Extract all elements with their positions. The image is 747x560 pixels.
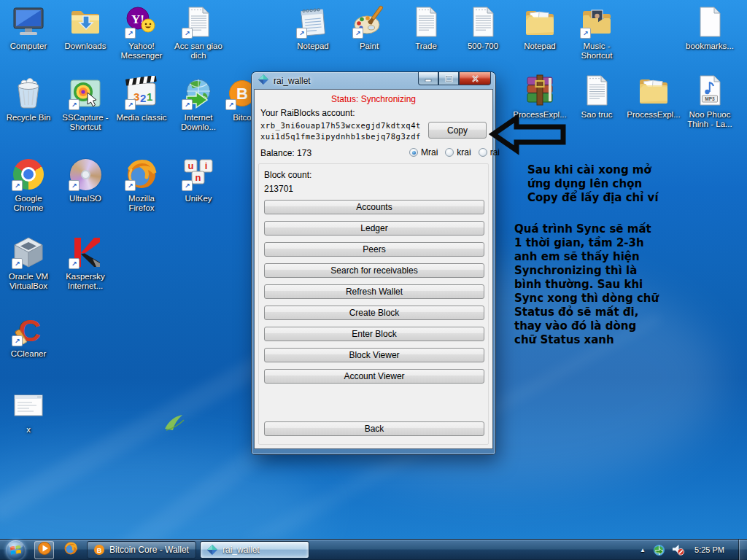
desktop-icon-oracle-vm-virtualbox[interactable]: ↗Oracle VM VirtualBox: [1, 235, 56, 291]
svg-text:i: i: [205, 160, 208, 171]
desktop-icon-label: Noo Phuoc Thinh - La...: [687, 110, 732, 129]
refresh-wallet-button[interactable]: Refresh Wallet: [264, 284, 484, 299]
svg-text:u: u: [188, 160, 194, 171]
back-button[interactable]: Back: [264, 421, 484, 436]
svg-text:2: 2: [140, 92, 146, 104]
taskbar-task-rai-wallet[interactable]: rai_wallet: [200, 541, 309, 559]
desktop: ComputerDownloadsY!↗Yahoo! Messenger↗Acc…: [0, 0, 747, 539]
shortcut-arrow-icon: ↗: [580, 28, 591, 39]
desktop-icon-sao-truc[interactable]: Sao truc: [569, 73, 624, 120]
account-viewer-button[interactable]: Account Viewer: [264, 369, 484, 384]
desktop-icon-ultraiso[interactable]: ↗UltraISO: [58, 157, 113, 203]
idm-tray-icon[interactable]: [652, 543, 665, 556]
unit-radio-krai[interactable]: krai: [445, 147, 471, 158]
folder-photo-icon: ↗: [579, 4, 614, 39]
desktop-icon-recycle-bin[interactable]: Recycle Bin: [1, 76, 56, 122]
desktop-icon-x-file[interactable]: x: [1, 388, 56, 435]
minimize-button[interactable]: [418, 72, 438, 85]
ledger-button[interactable]: Ledger: [264, 221, 484, 236]
virtualbox-cube-icon: ↗: [11, 235, 46, 270]
shortcut-arrow-icon: ↗: [125, 28, 136, 39]
chrome-icon: ↗: [11, 157, 46, 192]
show-hidden-icons-button[interactable]: ▲: [640, 547, 646, 553]
desktop-icon-acc-san-giao-dich[interactable]: ↗Acc san giao dich: [171, 4, 226, 61]
computer-icon: [11, 4, 46, 39]
desktop-icon-label: UniKey: [185, 194, 212, 203]
text-document-icon: [579, 73, 614, 108]
paint-icon: ↗: [352, 4, 387, 39]
desktop-icon-label: CCleaner: [11, 349, 47, 359]
peers-button[interactable]: Peers: [264, 242, 484, 257]
accounts-button[interactable]: Accounts: [264, 200, 484, 214]
maximize-button[interactable]: [438, 72, 459, 85]
desktop-icon-music-shortcut[interactable]: ↗Music - Shortcut: [569, 4, 624, 61]
desktop-icon-label: Notepad: [524, 42, 555, 51]
block-viewer-button[interactable]: Block Viewer: [264, 348, 484, 362]
desktop-icon-noo-phuoc-thinh[interactable]: MP3Noo Phuoc Thinh - La...: [682, 73, 738, 129]
close-button[interactable]: [459, 72, 491, 85]
svg-text:B: B: [236, 85, 248, 103]
text-document-icon: [409, 4, 444, 39]
show-desktop-button[interactable]: [738, 540, 747, 560]
unit-radio-mrai[interactable]: Mrai: [409, 147, 438, 158]
desktop-icon-mozilla-firefox[interactable]: ↗Mozilla Firefox: [114, 157, 169, 213]
unit-radio-group: Mraikrairai: [409, 147, 500, 158]
desktop-icon-kaspersky[interactable]: ↗Kaspersky Internet...: [58, 235, 113, 291]
desktop-icon-unikey[interactable]: uin↗UniKey: [171, 157, 226, 203]
winrar-books-icon: [522, 73, 557, 108]
desktop-icon-yahoo-messenger[interactable]: Y!↗Yahoo! Messenger: [114, 4, 169, 61]
shortcut-arrow-icon: ↗: [225, 99, 236, 110]
idm-globe-icon: ↗: [181, 76, 216, 111]
window-titlebar[interactable]: rai_wallet: [254, 72, 493, 89]
desktop-icon-ccleaner[interactable]: C↗CCleaner: [1, 312, 56, 359]
window-title: rai_wallet: [274, 76, 311, 86]
shortcut-arrow-icon: ↗: [12, 335, 23, 346]
desktop-icon-google-chrome[interactable]: ↗Google Chrome: [1, 157, 56, 213]
desktop-icon-label: Kaspersky Internet...: [66, 272, 105, 291]
volume-muted-icon[interactable]: [672, 543, 685, 556]
taskbar-clock[interactable]: 5:25 PM: [694, 545, 724, 554]
desktop-icon-label: Mozilla Firefox: [128, 194, 155, 213]
desktop-icon-paint[interactable]: ↗Paint: [341, 4, 397, 51]
desktop-icon-media-classic[interactable]: 321↗Media classic: [114, 76, 169, 122]
desktop-icon-label: Media classic: [116, 113, 166, 122]
enter-block-button[interactable]: Enter Block: [264, 327, 484, 341]
shortcut-arrow-icon: ↗: [125, 180, 136, 191]
desktop-icon-500-700[interactable]: 500-700: [455, 4, 511, 51]
search-for-receivables-button[interactable]: Search for receivables: [264, 263, 484, 278]
folder-pages-icon: [636, 73, 671, 108]
desktop-icon-trade[interactable]: Trade: [398, 4, 454, 51]
rai-wallet-window: rai_wallet Status: Synchronizing Your Ra…: [252, 72, 495, 454]
desktop-icon-label: Trade: [415, 42, 437, 51]
firefox-icon: ↗: [124, 157, 159, 192]
unit-radio-label: Mrai: [421, 147, 438, 158]
desktop-icon-computer[interactable]: Computer: [1, 4, 56, 51]
taskbar-task-bitcoin-core-wallet[interactable]: BBitcoin Core - Wallet: [87, 541, 196, 559]
taskbar-pin-firefox[interactable]: [61, 541, 80, 559]
desktop-icon-sscapture[interactable]: ↗SSCapture - Shortcut: [58, 76, 113, 132]
firefox-small-icon: [63, 541, 78, 559]
desktop-icon-notepad-folder[interactable]: Notepad: [512, 4, 568, 51]
desktop-icon-label: ProcessExpl...: [627, 110, 681, 120]
desktop-icon-label: SSCapture - Shortcut: [62, 113, 108, 132]
desktop-icon-label: Bitco: [233, 113, 252, 122]
ultraiso-disc-icon: ↗: [68, 157, 103, 192]
desktop-icon-processexpl-folder[interactable]: ProcessExpl...: [626, 73, 681, 120]
block-count-label: Block count:: [264, 170, 311, 180]
shortcut-arrow-icon: ↗: [182, 99, 193, 110]
svg-text:MP3: MP3: [705, 96, 715, 101]
folder-downloads-icon: [68, 4, 103, 39]
desktop-icon-label: Internet Downlo...: [181, 113, 216, 132]
create-block-button[interactable]: Create Block: [264, 306, 484, 320]
copy-button[interactable]: Copy: [428, 122, 487, 139]
shortcut-arrow-icon: ↗: [182, 28, 193, 39]
account-label: Your RaiBlocks account:: [260, 108, 355, 118]
desktop-icon-label: Paint: [360, 42, 379, 51]
taskbar-pin-media-player[interactable]: [34, 541, 54, 559]
start-button[interactable]: [6, 540, 26, 560]
desktop-icon-bookmarks[interactable]: bookmarks...: [682, 4, 738, 51]
desktop-icon-notepad-app[interactable]: ↗Notepad: [285, 4, 341, 51]
shortcut-arrow-icon: ↗: [12, 180, 23, 191]
desktop-icon-downloads[interactable]: Downloads: [58, 4, 113, 51]
desktop-icon-label: Music - Shortcut: [581, 42, 613, 61]
